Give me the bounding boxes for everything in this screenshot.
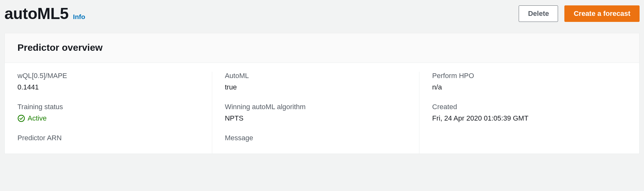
created-value: Fri, 24 Apr 2020 01:05:39 GMT bbox=[432, 114, 614, 122]
page-header: autoML5 Info Delete Create a forecast bbox=[4, 4, 640, 23]
field-predictor-arn: Predictor ARN bbox=[17, 134, 199, 142]
field-training-status: Training status Active bbox=[17, 103, 199, 122]
field-created: Created Fri, 24 Apr 2020 01:05:39 GMT bbox=[432, 103, 614, 122]
overview-col-1: wQL[0.5]/MAPE 0.1441 Training status Act… bbox=[17, 72, 212, 154]
page-title: autoML5 bbox=[4, 4, 69, 23]
info-link[interactable]: Info bbox=[73, 13, 85, 21]
title-group: autoML5 Info bbox=[4, 4, 85, 23]
field-wql-mape: wQL[0.5]/MAPE 0.1441 bbox=[17, 72, 199, 91]
predictor-overview-panel: Predictor overview wQL[0.5]/MAPE 0.1441 … bbox=[4, 33, 640, 154]
field-winning-algo: Winning autoML algorithm NPTS bbox=[225, 103, 407, 122]
created-label: Created bbox=[432, 103, 614, 111]
svg-point-0 bbox=[18, 115, 24, 122]
header-actions: Delete Create a forecast bbox=[519, 5, 640, 22]
training-status-value-row: Active bbox=[17, 114, 199, 122]
panel-header: Predictor overview bbox=[5, 33, 639, 63]
automl-label: AutoML bbox=[225, 72, 407, 80]
panel-body: wQL[0.5]/MAPE 0.1441 Training status Act… bbox=[5, 63, 639, 154]
predictor-arn-label: Predictor ARN bbox=[17, 134, 199, 142]
automl-value: true bbox=[225, 83, 407, 91]
overview-col-3: Perform HPO n/a Created Fri, 24 Apr 2020… bbox=[419, 72, 627, 154]
status-success-icon bbox=[17, 115, 25, 122]
delete-button[interactable]: Delete bbox=[519, 5, 558, 22]
training-status-label: Training status bbox=[17, 103, 199, 111]
winning-algo-value: NPTS bbox=[225, 114, 407, 122]
hpo-label: Perform HPO bbox=[432, 72, 614, 80]
winning-algo-label: Winning autoML algorithm bbox=[225, 103, 407, 111]
message-label: Message bbox=[225, 134, 407, 142]
field-message: Message bbox=[225, 134, 407, 142]
wql-mape-label: wQL[0.5]/MAPE bbox=[17, 72, 199, 80]
panel-title: Predictor overview bbox=[17, 42, 627, 53]
wql-mape-value: 0.1441 bbox=[17, 83, 199, 91]
hpo-value: n/a bbox=[432, 83, 614, 91]
overview-col-2: AutoML true Winning autoML algorithm NPT… bbox=[212, 72, 419, 154]
field-hpo: Perform HPO n/a bbox=[432, 72, 614, 91]
field-automl: AutoML true bbox=[225, 72, 407, 91]
create-forecast-button[interactable]: Create a forecast bbox=[564, 5, 640, 22]
training-status-value: Active bbox=[28, 114, 47, 122]
